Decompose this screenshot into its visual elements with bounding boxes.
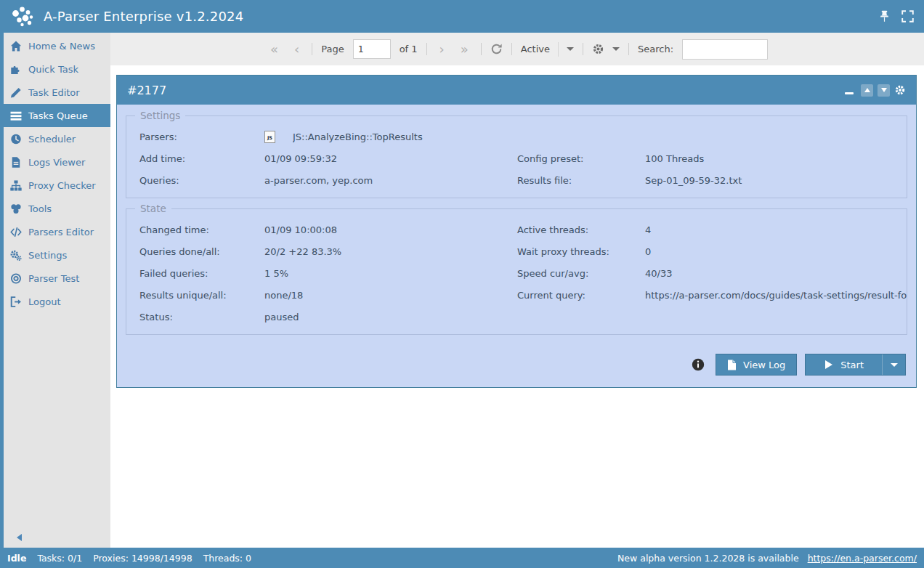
status-value: paused <box>264 312 517 322</box>
start-button[interactable]: Start <box>805 354 906 376</box>
app-logo-icon <box>10 5 36 28</box>
workspace: #2177 Settings <box>110 65 924 548</box>
sidebar-item-proxy-checker[interactable]: Proxy Checker <box>4 174 110 197</box>
home-icon <box>10 41 22 52</box>
next-page-button[interactable]: › <box>436 43 448 56</box>
config-preset-label: Config preset: <box>517 153 645 164</box>
current-query-label: Current query: <box>517 290 645 301</box>
settings-row-addtime: Add time: 01/09 09:59:32 Config preset: … <box>126 147 907 169</box>
sidebar-collapse-button[interactable] <box>17 534 22 541</box>
sidebar-item-settings[interactable]: Settings <box>4 243 110 267</box>
toolbar-separator <box>583 43 583 55</box>
queries-done-value: 20/2 +22 83.3% <box>264 246 517 257</box>
collapse-panel-button[interactable] <box>843 84 854 97</box>
list-icon <box>10 110 22 121</box>
wait-proxy-label: Wait proxy threads: <box>517 246 645 257</box>
code-icon <box>10 227 22 238</box>
changed-time-value: 01/09 10:00:08 <box>264 224 517 235</box>
triangle-up-icon <box>864 88 870 92</box>
settings-legend: Settings <box>135 110 185 121</box>
sidebar-item-logs-viewer[interactable]: Logs Viewer <box>4 150 110 174</box>
sidebar-item-parsers-editor[interactable]: Parsers Editor <box>4 220 110 243</box>
toolbar-separator <box>481 43 482 55</box>
task-panel-body: Settings Parsers: JS JS::AnalyzeBing::To… <box>117 105 916 387</box>
failed-queries-label: Failed queries: <box>139 268 264 279</box>
state-legend: State <box>135 203 171 214</box>
settings-row-queries: Queries: a-parser.com, yep.com Results f… <box>126 169 907 191</box>
filter-dropdown[interactable]: Active <box>521 42 574 57</box>
first-page-button[interactable]: « <box>267 43 282 56</box>
state-row-queries-done: Queries done/all: 20/2 +22 83.3% Wait pr… <box>126 240 907 262</box>
sidebar-item-scheduler[interactable]: Scheduler <box>4 127 110 150</box>
view-log-button[interactable]: View Log <box>716 354 797 376</box>
queries-done-label: Queries done/all: <box>139 246 264 257</box>
prev-page-button[interactable]: ‹ <box>291 43 303 56</box>
start-label: Start <box>840 360 864 370</box>
state-fieldset: State Changed time: 01/09 10:00:08 Activ… <box>126 208 907 335</box>
move-down-button[interactable] <box>878 84 890 97</box>
task-actions: View Log Start <box>126 345 907 378</box>
chevron-down-icon <box>567 47 574 51</box>
last-page-button[interactable]: » <box>457 43 472 56</box>
toolbar-separator <box>511 43 512 55</box>
app-header: A-Parser Enterprise v1.2.2024 <box>0 0 924 33</box>
move-up-button[interactable] <box>861 84 873 97</box>
refresh-button[interactable] <box>490 43 503 55</box>
app-title: A-Parser Enterprise v1.2.2024 <box>44 9 243 24</box>
status-bar: Idle Tasks: 0/1 Proxies: 14998/14998 Thr… <box>0 548 924 568</box>
state-row-status: Status: paused <box>126 306 907 328</box>
file-icon <box>727 360 737 370</box>
fullscreen-icon[interactable] <box>901 10 914 23</box>
state-row-results: Results unique/all: none/18 Current quer… <box>126 284 907 306</box>
puzzle-icon <box>10 64 22 75</box>
info-icon[interactable] <box>692 358 705 371</box>
task-panel-header: #2177 <box>117 76 916 105</box>
sidebar-item-logout[interactable]: Logout <box>4 290 110 313</box>
state-row-failed: Failed queries: 1 5% Speed cur/avg: 40/3… <box>126 262 907 284</box>
pencil-icon <box>10 87 22 98</box>
play-icon <box>825 360 832 369</box>
toolbar-separator <box>628 43 629 55</box>
js-parser-icon: JS <box>264 131 275 143</box>
failed-queries-value: 1 5% <box>264 268 517 279</box>
toolbar-separator <box>312 43 312 55</box>
panel-gear-button[interactable] <box>894 84 906 96</box>
page-input[interactable] <box>353 39 391 59</box>
pin-icon[interactable] <box>878 10 891 23</box>
tools-icon <box>10 203 22 214</box>
filter-label: Active <box>521 44 550 54</box>
logout-icon <box>10 296 22 307</box>
settings-dropdown[interactable] <box>592 43 620 55</box>
sidebar-item-quick-task[interactable]: Quick Task <box>4 57 110 81</box>
settings-fieldset: Settings Parsers: JS JS::AnalyzeBing::To… <box>126 115 907 198</box>
update-notice: New alpha version 1.2.2028 is available <box>617 553 799 564</box>
config-preset-value: 100 Threads <box>645 153 907 164</box>
clock-icon <box>10 134 22 145</box>
sidebar-item-tasks-queue[interactable]: Tasks Queue <box>4 104 110 127</box>
status-proxies: Proxies: 14998/14998 <box>93 553 192 564</box>
parsers-label: Parsers: <box>139 131 264 142</box>
sidebar-item-task-editor[interactable]: Task Editor <box>4 81 110 104</box>
triangle-down-icon <box>881 88 887 92</box>
task-panel: #2177 Settings <box>116 75 917 388</box>
tasks-toolbar: « ‹ Page of 1 › » Active <box>110 33 924 65</box>
sidebar-item-parser-test[interactable]: Parser Test <box>4 267 110 290</box>
wait-proxy-value: 0 <box>645 246 907 257</box>
changed-time-label: Changed time: <box>139 224 264 235</box>
page-count-label: of 1 <box>400 44 418 54</box>
search-input[interactable] <box>682 39 768 60</box>
sidebar-item-home-news[interactable]: Home & News <box>4 34 110 57</box>
sidebar: Home & News Quick Task Task Editor Tasks… <box>0 33 110 548</box>
active-threads-value: 4 <box>645 224 907 235</box>
state-row-changed: Changed time: 01/09 10:00:08 Active thre… <box>126 219 907 240</box>
chevron-down-icon <box>891 363 898 367</box>
results-file-label: Results file: <box>517 175 645 186</box>
status-threads: Threads: 0 <box>203 553 251 564</box>
sidebar-item-tools[interactable]: Tools <box>4 197 110 220</box>
active-threads-label: Active threads: <box>517 224 645 235</box>
chevron-down-icon <box>612 47 620 51</box>
results-unique-value: none/18 <box>264 290 517 301</box>
start-dropdown-button[interactable] <box>883 363 905 367</box>
speed-label: Speed cur/avg: <box>517 268 645 279</box>
update-link[interactable]: https://en.a-parser.com/ <box>808 553 917 564</box>
